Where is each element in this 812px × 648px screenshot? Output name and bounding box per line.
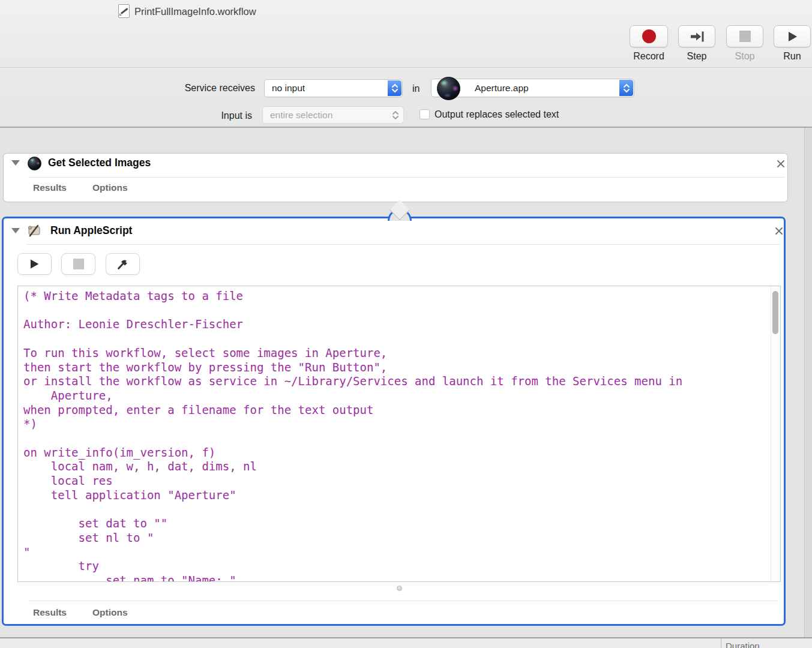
popup-stepper-icon: [390, 107, 401, 123]
lens-glint: [29, 158, 35, 163]
service-input-popup-value: no input: [272, 80, 305, 97]
popup-stepper-icon: [388, 80, 401, 96]
status-bar-divider: [721, 638, 721, 648]
workflow-doc-icon: [118, 4, 130, 18]
lens-glint: [36, 161, 40, 165]
disclosure-triangle-icon[interactable]: [11, 160, 20, 166]
output-replaces-checkbox[interactable]: [420, 109, 430, 119]
applescript-code-editor[interactable]: (* Write Metadata tags to a file Author:…: [17, 286, 781, 582]
tab-options[interactable]: Options: [92, 607, 128, 618]
application-popup-value: Aperture.app: [475, 79, 529, 97]
application-popup[interactable]: Aperture.app: [431, 79, 634, 97]
step-button-label: Step: [678, 51, 715, 62]
close-icon: [775, 227, 783, 235]
run-button[interactable]: [774, 25, 811, 47]
tab-results[interactable]: Results: [33, 607, 67, 618]
run-button-label: Run: [774, 51, 811, 62]
input-is-popup: entire selection: [262, 106, 404, 124]
compile-hammer-icon: [116, 258, 129, 271]
record-button-label: Record: [625, 51, 673, 62]
close-action-button[interactable]: [777, 160, 785, 170]
editor-scrollbar-thumb[interactable]: [772, 291, 778, 334]
script-run-button[interactable]: [17, 253, 52, 275]
popup-stepper-icon: [619, 80, 633, 96]
stop-icon: [73, 259, 84, 269]
service-input-popup[interactable]: no input: [264, 79, 403, 97]
close-icon: [777, 160, 785, 168]
aperture-app-icon: [437, 77, 460, 100]
run-icon: [786, 31, 798, 43]
tab-results[interactable]: Results: [33, 182, 67, 193]
lens-glint: [452, 85, 459, 92]
script-compile-button[interactable]: [106, 253, 140, 275]
editor-resize-handle[interactable]: [397, 586, 402, 591]
play-icon: [29, 259, 40, 269]
stop-button-label: Stop: [726, 51, 763, 62]
close-action-button[interactable]: [775, 227, 783, 238]
stop-icon: [739, 31, 751, 42]
footer-separator: [29, 601, 778, 601]
header-separator: [27, 244, 780, 245]
aperture-icon: [28, 157, 41, 170]
canvas-scrollbar[interactable]: [804, 128, 812, 637]
applescript-code[interactable]: (* Write Metadata tags to a file Author:…: [18, 286, 780, 582]
lens-glint: [439, 79, 449, 86]
record-icon: [642, 29, 656, 43]
service-receives-label: Service receives: [135, 83, 255, 94]
input-is-label: Input is: [180, 110, 252, 121]
input-is-popup-value: entire selection: [270, 107, 332, 123]
window-title: PrintFullImageInfo.workflow: [134, 6, 256, 17]
action-title: Get Selected Images: [48, 157, 151, 169]
header-separator: [29, 177, 784, 178]
in-label: in: [412, 83, 420, 94]
disclosure-triangle-icon[interactable]: [11, 228, 20, 233]
stop-button: [726, 25, 763, 47]
toolbar-separator: [0, 67, 812, 68]
action-title: Run AppleScript: [50, 224, 132, 237]
pen-glyph: [121, 8, 128, 14]
step-icon: [690, 30, 705, 43]
lens-glint: [444, 93, 451, 98]
automator-window: PrintFullImageInfo.workflow Record Step …: [0, 0, 812, 648]
applescript-icon: [26, 223, 42, 240]
editor-scrollbar-track[interactable]: [771, 286, 780, 581]
script-stop-button: [61, 253, 95, 275]
duration-label: Duration: [726, 641, 760, 648]
window-chrome: [0, 0, 812, 128]
step-button[interactable]: [678, 25, 715, 47]
status-bar: [0, 637, 812, 648]
tab-options[interactable]: Options: [92, 182, 128, 193]
output-replaces-label: Output replaces selected text: [435, 109, 559, 120]
record-button[interactable]: [630, 25, 668, 47]
